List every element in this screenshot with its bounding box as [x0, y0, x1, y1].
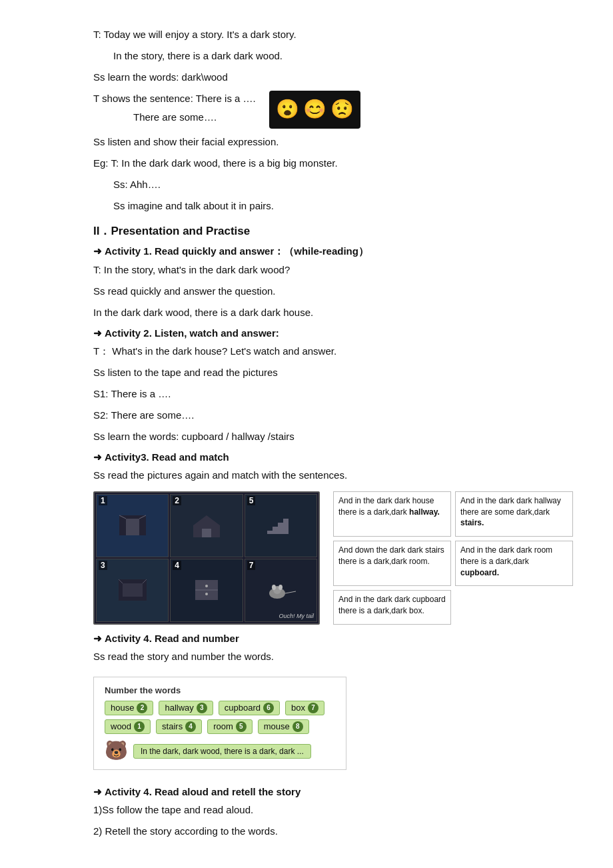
word-box: box 7 [285, 701, 324, 715]
section-ii-header: II．Presentation and Practise [93, 223, 573, 239]
svg-line-22 [285, 591, 296, 593]
svg-point-17 [205, 593, 208, 595]
nw-title: Number the words [105, 685, 335, 695]
act3-desc: Ss read the pictures again and match wit… [93, 467, 573, 483]
svg-point-21 [279, 585, 283, 590]
act2-ss1: Ss listen to the tape and read the pictu… [93, 365, 573, 381]
act2-s1: S1: There is a …. [93, 386, 573, 402]
svg-point-20 [272, 585, 276, 590]
video-cell-4: 4 [170, 559, 243, 622]
cell-num-2: 2 [173, 496, 181, 505]
arrow-icon: ➜ [93, 245, 102, 257]
act2-s2: S2: There are some…. [93, 407, 573, 423]
line-ss4: Ss imagine and talk about it in pairs. [93, 198, 573, 214]
arrow-icon-4b: ➜ [93, 786, 102, 798]
act1-t: T: In the story, what's in the dark dark… [93, 262, 573, 278]
video-cell-7: 7 Ouch! My tail [245, 559, 317, 622]
activity4-header: ➜ Activity 4. Read and number [93, 633, 573, 645]
video-cell-1: 1 [96, 494, 169, 557]
house-icon [190, 512, 223, 539]
emoji-scared: 😮 [276, 95, 299, 125]
emoji-happy: 😊 [303, 95, 326, 125]
svg-rect-1 [126, 519, 139, 535]
act4b-2: 2) Retell the story according to the wor… [93, 823, 573, 839]
number-words-box: Number the words house 2 hallway 3 cupbo… [93, 677, 346, 770]
word-hallway: hallway 3 [159, 701, 213, 715]
word-room: room 5 [207, 719, 253, 734]
hallway-icon [116, 512, 149, 539]
svg-rect-11 [123, 583, 143, 597]
cell-num-5: 5 [247, 496, 256, 505]
svg-rect-6 [267, 531, 273, 534]
act1-ss: Ss read quickly and answer the question. [93, 283, 573, 299]
cupboard-icon [190, 577, 223, 603]
sentence-card-4: And in the dark dark room there is a dar… [455, 541, 573, 586]
act4b-1: 1)Ss follow the tape and read aloud. [93, 802, 573, 818]
word-row-2: wood 1 stairs 4 room 5 mouse 8 [105, 719, 309, 734]
cell-num-1: 1 [99, 496, 107, 505]
line-t1: T: Today we will enjoy a story. It's a d… [93, 27, 573, 43]
line-ss3: Ss: Ahh…. [93, 177, 573, 193]
cell-num-7: 7 [247, 561, 256, 570]
story-hint: In the dark, dark wood, there is a dark,… [133, 744, 311, 759]
word-stairs: stairs 4 [156, 719, 202, 734]
emoji-box: 😮 😊 😟 [269, 91, 360, 129]
activity4b-header: ➜ Activity 4. Read aloud and retell the … [93, 786, 573, 798]
cell-num-3: 3 [99, 561, 107, 570]
sentence-card-5: And in the dark dark cupboard there is a… [333, 590, 451, 624]
cell-num-4: 4 [173, 561, 181, 570]
stairs-icon [264, 512, 297, 539]
emoji-sad: 😟 [330, 95, 354, 125]
svg-rect-8 [278, 523, 283, 534]
line-t2: In the story, there is a dark dark wood. [93, 48, 573, 64]
sentence-card-3: And down the dark dark stairs there is a… [333, 541, 451, 586]
video-cell-3: 3 [96, 559, 169, 622]
svg-rect-5 [202, 529, 211, 537]
line-ss1: Ss learn the words: dark\wood [93, 69, 573, 85]
word-wood: wood 1 [105, 719, 151, 734]
act4-desc: Ss read the story and number the words. [93, 649, 573, 665]
line-ss2: Ss listen and show their facial expressi… [93, 134, 573, 150]
arrow-icon-4: ➜ [93, 633, 102, 645]
word-cupboard: cupboard 6 [219, 701, 280, 715]
svg-rect-7 [273, 527, 278, 534]
video-cell-5: 5 [245, 494, 317, 557]
act1-ans: In the dark dark wood, there is a dark d… [93, 305, 573, 321]
row2-area: wood 1 stairs 4 room 5 mouse 8 [105, 719, 335, 734]
sentence-card-1: And in the dark dark house there is a da… [333, 491, 451, 537]
video-thumbnail: 1 2 5 3 4 7 Ouch! My tail [93, 491, 320, 625]
activity1-header: ➜ Activity 1. Read quickly and answer：（w… [93, 245, 573, 258]
sentence-block: T shows the sentence: There is a …. Ther… [93, 91, 256, 125]
bear-story-row: 🐻 In the dark, dark wood, there is a dar… [105, 739, 335, 761]
line-t3b: There are some…. [93, 109, 256, 125]
bear-icon: 🐻 [105, 739, 128, 761]
video-cell-2: 2 [170, 494, 243, 557]
line-eg1: Eg: T: In the dark dark wood, there is a… [93, 155, 573, 171]
act2-words: Ss learn the words: cupboard / hallway /… [93, 429, 573, 445]
ouch-label: Ouch! My tail [279, 613, 314, 619]
svg-point-16 [205, 585, 208, 587]
svg-rect-9 [283, 519, 289, 534]
word-row-1: house 2 hallway 3 cupboard 6 box 7 [105, 701, 335, 715]
activity2-header: ➜ Activity 2. Listen, watch and answer: [93, 327, 573, 339]
arrow-icon-2: ➜ [93, 327, 102, 339]
act2-t: T： What's in the dark house? Let's watch… [93, 343, 573, 359]
activity3-header: ➜ Activity3. Read and match [93, 451, 573, 463]
activity3-area: 1 2 5 3 4 7 Ouch! My tail And in the dar… [93, 491, 573, 625]
sentence-card-2: And in the dark dark hallway there are s… [455, 491, 573, 537]
arrow-icon-3: ➜ [93, 451, 102, 463]
room-icon [116, 577, 149, 603]
word-mouse: mouse 8 [258, 719, 309, 734]
word-house: house 2 [105, 701, 153, 715]
line-t3-area: T shows the sentence: There is a …. Ther… [93, 91, 573, 129]
sentences-box: And in the dark dark house there is a da… [333, 491, 573, 625]
mouse-icon [264, 577, 297, 603]
line-t3: T shows the sentence: There is a …. [93, 91, 256, 107]
